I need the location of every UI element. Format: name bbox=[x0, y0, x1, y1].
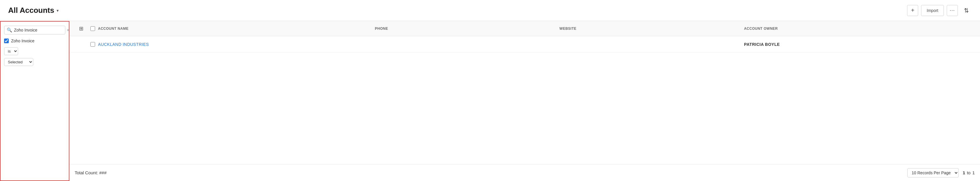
filter-checkbox[interactable] bbox=[4, 38, 9, 43]
pagination-controls: 10 Records Per Page 20 Records Per Page … bbox=[907, 168, 975, 178]
col-phone-header: Phone bbox=[375, 27, 559, 30]
account-name-link[interactable]: Auckland Industries bbox=[98, 42, 149, 47]
account-owner-value: Patricia Boyle bbox=[744, 42, 780, 47]
more-options-button[interactable]: ··· bbox=[947, 5, 958, 16]
filter-condition-select[interactable]: is bbox=[4, 47, 18, 55]
main-layout: 🔍 × Zoho Invoice is Selected ⊞ bbox=[0, 21, 980, 181]
table-area: ⊞ Account Name Phone Website Account Own… bbox=[69, 21, 980, 181]
row-account-owner: Patricia Boyle bbox=[744, 42, 975, 47]
header: All Accounts ▾ + Import ··· ⇅ bbox=[0, 0, 980, 21]
col-checkbox-header bbox=[88, 26, 98, 31]
table-footer: Total Count: ### 10 Records Per Page 20 … bbox=[69, 164, 980, 181]
table-header: ⊞ Account Name Phone Website Account Own… bbox=[69, 21, 980, 36]
search-icon: 🔍 bbox=[7, 27, 12, 33]
filter-search-input[interactable] bbox=[14, 28, 65, 32]
header-left: All Accounts ▾ bbox=[8, 6, 59, 15]
select-all-checkbox[interactable] bbox=[91, 26, 95, 31]
col-account-owner-header: Account Owner bbox=[744, 27, 975, 30]
chevron-down-icon[interactable]: ▾ bbox=[57, 8, 59, 13]
filter-panel: 🔍 × Zoho Invoice is Selected bbox=[0, 21, 69, 181]
page-to: 1 bbox=[972, 170, 975, 175]
filter-checkbox-label: Zoho Invoice bbox=[11, 38, 34, 43]
row-checkbox-col bbox=[88, 42, 98, 47]
page-to-label: to bbox=[967, 170, 970, 175]
filter-checkbox-row: Zoho Invoice bbox=[4, 37, 65, 44]
col-icon: ⊞ bbox=[75, 26, 88, 32]
search-box: 🔍 × bbox=[4, 26, 65, 34]
row-account-name: Auckland Industries bbox=[98, 42, 375, 47]
sort-button[interactable]: ⇅ bbox=[961, 5, 972, 16]
col-website-header: Website bbox=[559, 27, 744, 30]
per-page-select[interactable]: 10 Records Per Page 20 Records Per Page … bbox=[907, 168, 959, 178]
filter-condition-row: is bbox=[4, 47, 65, 55]
add-button[interactable]: + bbox=[907, 5, 918, 16]
row-checkbox[interactable] bbox=[91, 42, 95, 47]
import-button[interactable]: Import bbox=[921, 5, 944, 16]
page-nav: 1 to 1 bbox=[963, 170, 975, 175]
header-right: + Import ··· ⇅ bbox=[907, 5, 972, 16]
col-account-name-header: Account Name bbox=[98, 27, 375, 30]
filter-value-row: Selected bbox=[4, 58, 65, 66]
filter-value-select[interactable]: Selected bbox=[4, 58, 33, 66]
table-row: Auckland Industries Patricia Boyle bbox=[69, 36, 980, 53]
page-from: 1 bbox=[963, 170, 965, 175]
clear-icon[interactable]: × bbox=[67, 28, 69, 32]
page-title: All Accounts bbox=[8, 6, 54, 15]
grid-view-icon[interactable]: ⊞ bbox=[79, 26, 83, 32]
total-count: Total Count: ### bbox=[75, 170, 107, 175]
